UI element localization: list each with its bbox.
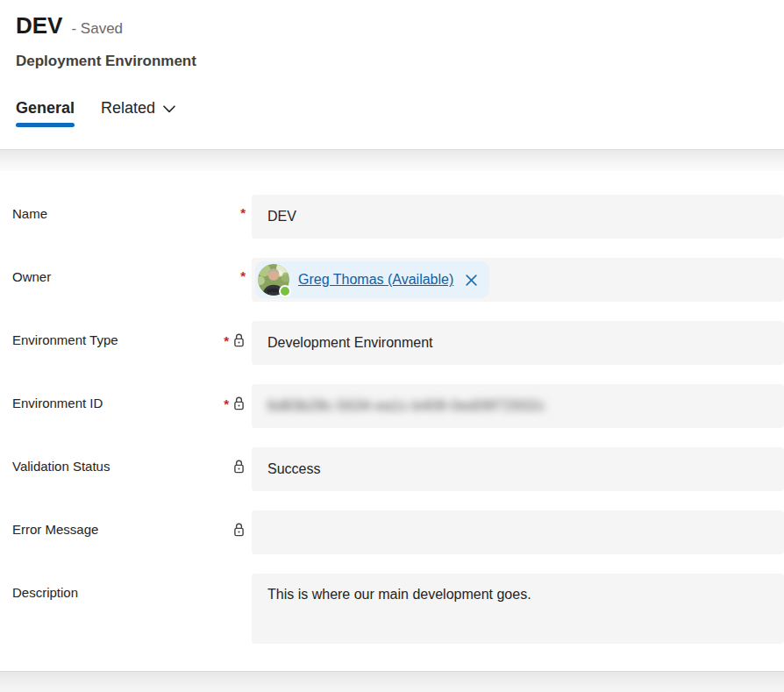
save-status: - Saved [71,20,123,38]
owner-record-link[interactable]: Greg Thomas (Available) [298,272,453,288]
required-asterisk: * [224,397,229,410]
presence-available-badge [279,285,291,297]
chevron-down-icon [163,105,175,113]
title-row: DEV - Saved [16,11,768,42]
environment-id-value-redacted: 6d83b28c-5634-ea1c-b408-0ed09f72932c [267,398,545,414]
name-value: DEV [267,209,296,225]
description-label: Description [0,574,216,602]
environment-id-input: 6d83b28c-5634-ea1c-b408-0ed09f72932c [252,384,784,428]
section-divider [0,149,784,171]
field-row-validation-status: Validation Status Success [0,447,784,491]
field-row-environment-id: Environment ID * 6d83b28c-5634-ea1c-b408… [0,384,784,428]
name-input[interactable]: DEV [252,195,784,239]
owner-lookup-field[interactable]: Greg Thomas (Available) [252,258,784,302]
field-row-owner: Owner * [0,258,784,302]
record-header: DEV - Saved Deployment Environment Gener… [0,0,784,149]
required-asterisk: * [240,269,246,282]
environment-type-value: Development Environment [267,335,433,351]
environment-type-label: Environment Type [0,321,216,349]
entity-type-label: Deployment Environment [16,51,768,72]
lock-icon [232,459,246,474]
field-row-name: Name * DEV [0,195,784,239]
tab-related[interactable]: Related [101,98,175,137]
description-value: This is where our main development goes. [267,587,531,603]
bottom-section-divider [0,671,784,692]
close-icon[interactable] [464,273,479,288]
owner-persona-chip[interactable]: Greg Thomas (Available) [255,261,489,298]
owner-label: Owner [0,258,216,286]
avatar [258,264,289,296]
environment-id-label: Environment ID [0,384,216,412]
tab-strip: General Related [16,98,768,137]
error-message-input [252,510,784,554]
validation-status-value: Success [267,461,320,477]
tab-general-label: General [16,98,75,118]
required-asterisk: * [224,334,229,347]
field-row-environment-type: Environment Type * Development Environme… [0,321,784,365]
general-form: Name * DEV Owner * [0,171,784,644]
lock-icon [232,522,246,538]
lock-icon [232,396,246,411]
required-asterisk: * [240,206,246,219]
name-label: Name [0,195,216,223]
page-title: DEV [16,11,62,40]
field-row-error-message: Error Message [0,510,784,554]
lock-icon [232,332,246,348]
tab-related-label: Related [101,98,155,118]
validation-status-input: Success [252,447,784,491]
environment-type-input: Development Environment [252,321,784,365]
error-message-label: Error Message [0,510,216,539]
active-tab-indicator [16,123,75,127]
validation-status-label: Validation Status [0,447,216,475]
tab-general[interactable]: General [16,98,75,137]
field-row-description: Description This is where our main devel… [0,574,784,644]
description-input[interactable]: This is where our main development goes. [252,574,784,644]
